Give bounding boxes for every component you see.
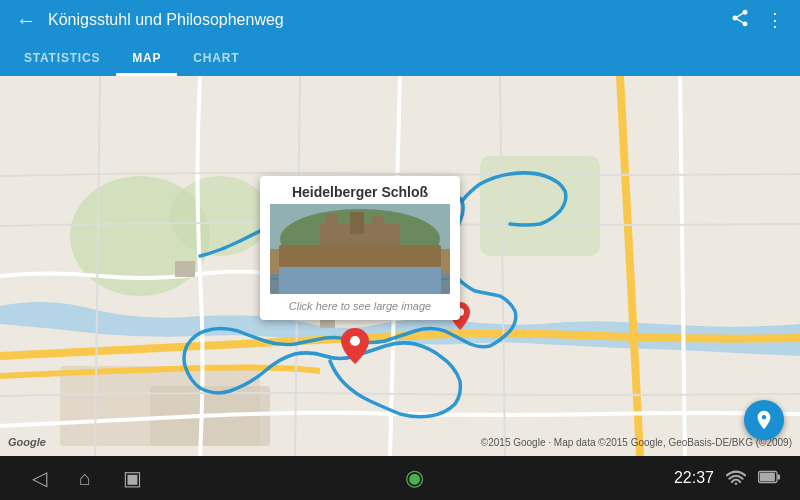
tab-statistics[interactable]: STATISTICS: [8, 43, 116, 76]
back-button[interactable]: ←: [8, 5, 44, 36]
tab-bar: STATISTICS MAP CHART: [0, 40, 800, 76]
svg-rect-14: [325, 214, 337, 234]
share-button[interactable]: [722, 4, 758, 37]
time-display: 22:37: [674, 469, 714, 487]
svg-point-19: [735, 482, 738, 485]
svg-point-8: [350, 336, 360, 346]
bottom-bar: ◁ ⌂ ▣ ◉ 22:37: [0, 456, 800, 500]
battery-icon: [758, 470, 780, 487]
wifi-icon: [726, 469, 746, 488]
svg-rect-15: [350, 212, 364, 234]
svg-rect-7: [175, 261, 195, 277]
svg-rect-17: [280, 259, 440, 274]
svg-rect-21: [777, 474, 780, 479]
nav-home-button[interactable]: ⌂: [67, 463, 103, 494]
map-container[interactable]: Heidelberger Schloß C: [0, 76, 800, 456]
svg-rect-16: [372, 216, 384, 234]
gps-status-icon: ◉: [405, 465, 424, 491]
app-bar: ← Königsstuhl und Philosophenweg ⋮: [0, 0, 800, 40]
nav-recents-button[interactable]: ▣: [111, 462, 154, 494]
tab-map[interactable]: MAP: [116, 43, 177, 76]
nav-back-button[interactable]: ◁: [20, 462, 59, 494]
svg-rect-3: [480, 156, 600, 256]
tab-chart[interactable]: CHART: [177, 43, 255, 76]
popup-title: Heidelberger Schloß: [260, 176, 460, 204]
popup-link[interactable]: Click here to see large image: [260, 294, 460, 320]
google-watermark: Google: [8, 436, 46, 448]
popup-image: [270, 204, 450, 294]
svg-point-2: [170, 176, 270, 256]
more-menu-button[interactable]: ⋮: [758, 5, 792, 35]
svg-rect-18: [270, 274, 450, 294]
svg-rect-22: [760, 472, 775, 480]
gps-button[interactable]: [744, 400, 784, 440]
map-attribution: ©2015 Google · Map data ©2015 Google, Ge…: [481, 437, 792, 448]
app-title: Königsstuhl und Philosophenweg: [48, 11, 722, 29]
map-popup: Heidelberger Schloß C: [260, 176, 460, 320]
